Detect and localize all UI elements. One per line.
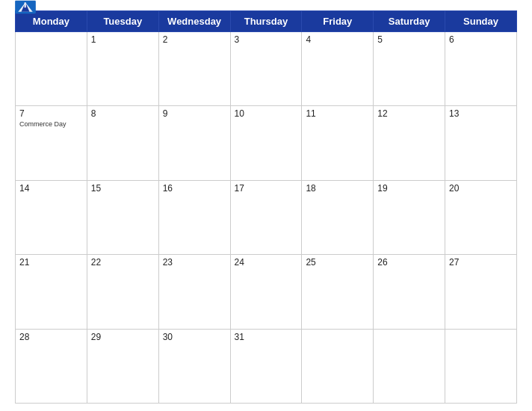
- calendar-cell: 23: [158, 255, 230, 329]
- day-number: 14: [19, 183, 29, 194]
- calendar-cell: 2: [158, 32, 230, 106]
- logo: [15, 1, 36, 15]
- calendar-cell: 14: [16, 180, 87, 254]
- day-number: 27: [449, 257, 459, 268]
- col-header-saturday: Saturday: [374, 11, 445, 32]
- day-number: 11: [306, 108, 315, 119]
- day-number: 13: [449, 108, 459, 119]
- day-number: 16: [163, 183, 173, 194]
- calendar-cell: 30: [158, 329, 230, 403]
- col-header-wednesday: Wednesday: [158, 11, 230, 32]
- col-header-sunday: Sunday: [445, 11, 517, 32]
- day-number: 26: [377, 257, 387, 268]
- calendar-cell: 8: [87, 106, 158, 180]
- calendar-cell: 29: [87, 329, 158, 403]
- calendar-cell: 9: [158, 106, 230, 180]
- day-number: 5: [377, 34, 383, 45]
- calendar-cell: 13: [445, 106, 517, 180]
- calendar-cell: 7Commerce Day: [16, 106, 87, 180]
- calendar-cell: 10: [230, 106, 302, 180]
- logo-icon: [15, 1, 36, 14]
- day-number: 31: [235, 332, 244, 342]
- calendar-cell: 1: [87, 32, 158, 106]
- day-number: 4: [306, 34, 311, 45]
- calendar-cell: 3: [230, 32, 302, 106]
- calendar: MondayTuesdayWednesdayThursdayFridaySatu…: [15, 10, 517, 404]
- calendar-cell: 25: [302, 255, 374, 329]
- day-number: 18: [306, 183, 315, 194]
- day-number: 28: [19, 332, 29, 342]
- calendar-cell: 17: [230, 180, 302, 254]
- week-row-4: 28293031: [16, 329, 517, 403]
- col-header-friday: Friday: [302, 11, 374, 32]
- calendar-cell: 27: [445, 255, 517, 329]
- calendar-cell: 28: [16, 329, 87, 403]
- calendar-cell: 21: [16, 255, 87, 329]
- calendar-cell: 19: [374, 180, 445, 254]
- day-number: 17: [235, 183, 244, 194]
- day-number: 30: [163, 332, 173, 342]
- calendar-cell: 6: [445, 32, 517, 106]
- day-number: 22: [91, 257, 101, 268]
- day-number: 20: [449, 183, 459, 194]
- calendar-cell: 20: [445, 180, 517, 254]
- day-number: 19: [377, 183, 387, 194]
- day-number: 21: [19, 257, 29, 268]
- week-row-1: 7Commerce Day8910111213: [16, 106, 517, 180]
- day-number: 29: [91, 332, 101, 342]
- calendar-cell: 15: [87, 180, 158, 254]
- week-row-3: 21222324252627: [16, 255, 517, 329]
- day-number: 6: [449, 34, 454, 45]
- col-header-tuesday: Tuesday: [87, 11, 158, 32]
- calendar-cell: 18: [302, 180, 374, 254]
- col-header-thursday: Thursday: [230, 11, 302, 32]
- day-number: 3: [235, 34, 240, 45]
- calendar-cell: 26: [374, 255, 445, 329]
- day-number: 24: [235, 257, 244, 268]
- calendar-cell: [374, 329, 445, 403]
- calendar-cell: 16: [158, 180, 230, 254]
- calendar-cell: [16, 32, 87, 106]
- day-number: 2: [163, 34, 168, 45]
- calendar-cell: 5: [374, 32, 445, 106]
- calendar-cell: [445, 329, 517, 403]
- event-label: Commerce Day: [19, 120, 83, 128]
- day-number: 7: [19, 108, 25, 119]
- day-number: 15: [91, 183, 101, 194]
- day-number: 10: [235, 108, 244, 119]
- day-number: 9: [163, 108, 168, 119]
- day-number: 23: [163, 257, 173, 268]
- calendar-cell: 11: [302, 106, 374, 180]
- week-row-2: 14151617181920: [16, 180, 517, 254]
- day-number: 8: [91, 108, 96, 119]
- day-number: 25: [306, 257, 315, 268]
- calendar-cell: 22: [87, 255, 158, 329]
- calendar-cell: [302, 329, 374, 403]
- day-number: 1: [91, 34, 96, 45]
- svg-rect-3: [25, 2, 26, 7]
- calendar-cell: 4: [302, 32, 374, 106]
- calendar-cell: 31: [230, 329, 302, 403]
- calendar-header-row: MondayTuesdayWednesdayThursdayFridaySatu…: [16, 11, 517, 32]
- week-row-0: 123456: [16, 32, 517, 106]
- calendar-cell: 12: [374, 106, 445, 180]
- day-number: 12: [377, 108, 387, 119]
- calendar-cell: 24: [230, 255, 302, 329]
